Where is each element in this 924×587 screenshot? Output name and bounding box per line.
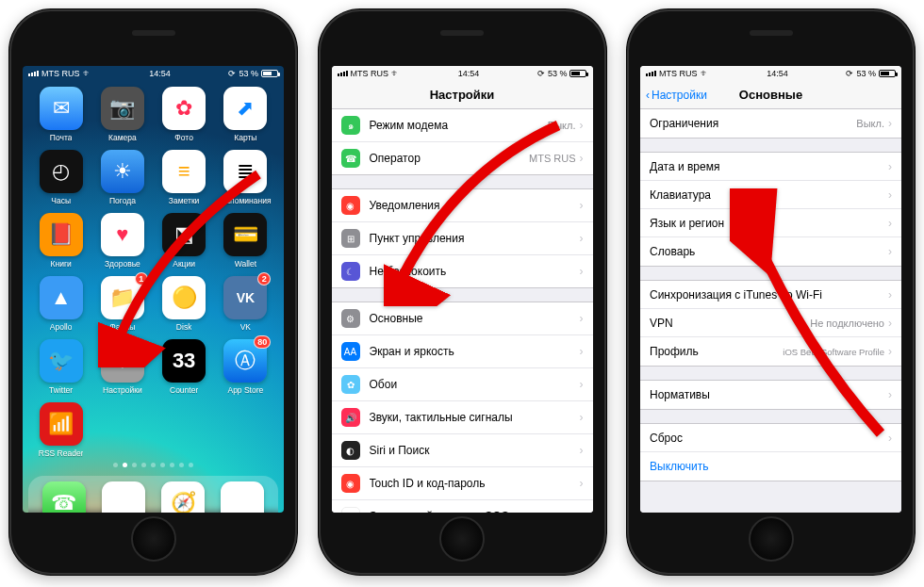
row-value: Выкл. [856, 118, 884, 129]
chevron-right-icon: › [888, 288, 892, 302]
row-datetime[interactable]: Дата и время› [640, 153, 901, 181]
chevron-right-icon: › [888, 188, 892, 202]
app-mail[interactable]: ✉Почта [30, 87, 91, 142]
row-label: Уведомления [370, 199, 580, 212]
chevron-right-icon: › [580, 312, 584, 325]
app-disk[interactable]: 🟡Disk [154, 276, 215, 332]
disk-icon: 🟡 [162, 276, 206, 319]
app-photos[interactable]: ✿Фото [154, 87, 215, 142]
badge: 2 [257, 272, 271, 285]
safari-icon: 🧭 [161, 481, 205, 513]
touchid-icon: ◉ [341, 474, 360, 493]
app-camera[interactable]: 📷Камера [91, 87, 153, 142]
row-value: Выкл. [548, 120, 576, 131]
app-label: VK [240, 322, 251, 332]
row-label: VPN [650, 317, 810, 330]
chevron-right-icon: › [580, 265, 584, 278]
dock-telegram[interactable]: ➤ [102, 481, 145, 513]
row-notifications[interactable]: ◉Уведомления› [332, 189, 593, 222]
row-dictionary[interactable]: Словарь› [640, 237, 901, 266]
app-health[interactable]: ♥Здоровье [91, 213, 153, 269]
status-carrier: MTS RUS [659, 69, 698, 78]
app-apollo[interactable]: ▲Apollo [30, 276, 91, 332]
app-grid: ✉Почта 📷Камера ✿Фото ⬈Карты ◴Часы ☀Погод… [23, 81, 284, 458]
status-bar: MTS RUS ᯤ 14:54 ⟳ 53 % [23, 66, 284, 81]
control-center-icon: ⊞ [341, 229, 360, 248]
page-dots[interactable] [23, 458, 284, 472]
nav-bar: ‹Настройки Основные [640, 81, 901, 109]
app-weather[interactable]: ☀Погода [91, 150, 153, 205]
phone-home: MTS RUS ᯤ 14:54 ⟳ 53 % ✉Почта 📷Камера ✿Ф… [9, 9, 297, 575]
app-label: Часы [51, 196, 71, 205]
row-control-center[interactable]: ⊞Пункт управления› [332, 222, 593, 255]
app-label: Заметки [169, 196, 200, 205]
app-label: Wallet [235, 259, 256, 269]
row-siri[interactable]: ◐Siri и Поиск› [332, 434, 593, 467]
row-label: Словарь [650, 245, 888, 258]
row-sound[interactable]: 🔊Звуки, тактильные сигналы› [332, 401, 593, 434]
app-stocks[interactable]: ⬔Акции [154, 213, 215, 269]
general-list[interactable]: ОграниченияВыкл.› Дата и время› Клавиату… [640, 109, 901, 513]
app-rss[interactable]: 📶RSS Reader [30, 402, 91, 458]
display-icon: AA [341, 342, 360, 361]
nav-title: Настройки [430, 88, 495, 102]
row-touchid[interactable]: ◉Touch ID и код-пароль› [332, 467, 593, 500]
row-itunes-sync[interactable]: Синхронизация с iTunes по Wi-Fi› [640, 281, 901, 309]
app-counter[interactable]: 33Counter [154, 339, 215, 395]
dock-music[interactable]: ♫ [221, 481, 264, 513]
mail-icon: ✉ [40, 87, 83, 130]
app-reminders[interactable]: ≣Напоминания [215, 150, 276, 205]
row-label: Выключить [650, 460, 892, 473]
app-settings[interactable]: ⚙Настройки [91, 339, 153, 395]
chevron-right-icon: › [888, 432, 892, 445]
row-label: Оператор [370, 152, 530, 165]
chevron-right-icon: › [580, 510, 584, 513]
row-profile[interactable]: ПрофильiOS Beta Software Profile› [640, 337, 901, 366]
app-appstore[interactable]: Ⓐ80App Store [215, 339, 276, 395]
row-language[interactable]: Язык и регион› [640, 209, 901, 237]
row-carrier[interactable]: ☎ОператорMTS RUS› [332, 142, 593, 174]
app-label: Погода [109, 196, 136, 205]
row-reset[interactable]: Сброс› [640, 424, 901, 452]
telegram-icon: ➤ [102, 481, 145, 513]
camera-icon: 📷 [101, 87, 144, 130]
reminders-icon: ≣ [223, 150, 267, 193]
row-legal[interactable]: Нормативы› [640, 381, 901, 409]
row-vpn[interactable]: VPNНе подключено› [640, 309, 901, 337]
row-sos[interactable]: SOSЭкстренный вызов — SOS› [332, 500, 593, 513]
chevron-right-icon: › [580, 119, 584, 132]
group-alerts: ◉Уведомления› ⊞Пункт управления› ☾Не бес… [332, 188, 593, 288]
app-maps[interactable]: ⬈Карты [215, 87, 276, 142]
rss-icon: 📶 [40, 402, 83, 446]
app-notes[interactable]: ≡Заметки [154, 150, 215, 205]
row-keyboard[interactable]: Клавиатура› [640, 181, 901, 209]
row-value: Не подключено [810, 318, 884, 329]
app-label: Настройки [103, 385, 142, 395]
row-display[interactable]: AAЭкран и яркость› [332, 335, 593, 368]
dock-safari[interactable]: 🧭 [161, 481, 205, 513]
back-button[interactable]: ‹Настройки [646, 89, 707, 102]
dock-phone[interactable]: ☎ [42, 481, 86, 513]
apollo-icon: ▲ [40, 276, 83, 319]
app-vk[interactable]: VK2VK [215, 276, 276, 332]
chevron-left-icon: ‹ [646, 89, 650, 102]
app-files[interactable]: 📁1Файлы [91, 276, 153, 332]
app-clock[interactable]: ◴Часы [30, 150, 91, 205]
row-wallpaper[interactable]: ✿Обои› [332, 368, 593, 401]
app-twitter[interactable]: 🐦Twitter [30, 339, 91, 395]
home-screen: MTS RUS ᯤ 14:54 ⟳ 53 % ✉Почта 📷Камера ✿Ф… [23, 66, 284, 513]
app-label: Twitter [49, 385, 73, 395]
settings-list[interactable]: ๑Режим модемаВыкл.› ☎ОператорMTS RUS› ◉У… [332, 109, 593, 513]
row-label: Экстренный вызов — SOS [370, 510, 580, 513]
row-hotspot[interactable]: ๑Режим модемаВыкл.› [332, 109, 593, 142]
row-label: Клавиатура [650, 188, 888, 202]
siri-icon: ◐ [341, 441, 360, 460]
status-time: 14:54 [149, 69, 171, 78]
row-shutdown[interactable]: Выключить [640, 452, 901, 481]
app-books[interactable]: 📕Книги [30, 213, 91, 269]
row-dnd[interactable]: ☾Не беспокоить› [332, 255, 593, 287]
maps-icon: ⬈ [223, 87, 267, 130]
row-restrictions[interactable]: ОграниченияВыкл.› [640, 109, 901, 138]
row-general[interactable]: ⚙Основные› [332, 302, 593, 335]
app-wallet[interactable]: 💳Wallet [215, 213, 276, 269]
